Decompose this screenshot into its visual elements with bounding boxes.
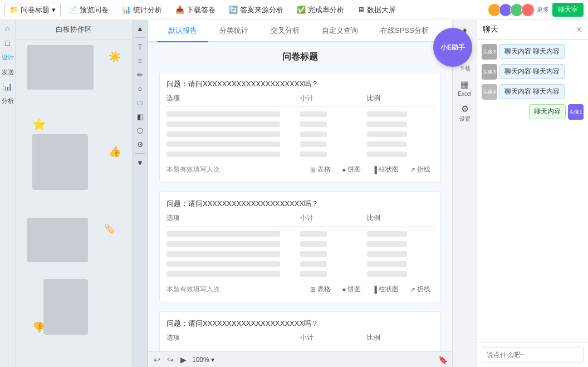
lt-pencil[interactable]: ✏ [134, 68, 146, 81]
bt-left-group: ↩ ↪ ▶ 100% ▾ [153, 354, 214, 365]
q3-col-option: 选项 [166, 333, 300, 342]
nav-stats[interactable]: 📊 统计分析 [116, 3, 168, 17]
chat-input[interactable] [482, 347, 584, 363]
chat-close-btn[interactable]: ✕ [576, 25, 582, 34]
redo-btn[interactable]: ↪ [166, 354, 175, 365]
chart-btn-pie-2[interactable]: ●饼图 [339, 283, 364, 295]
ai-assistant-label: 小E助手 [440, 43, 465, 52]
stats-icon: 📊 [122, 6, 131, 14]
dropdown-icon: ▾ [52, 6, 56, 14]
survey-title-btn[interactable]: 📁 问卷标题 ▾ [4, 3, 61, 17]
rs-excel-btn[interactable]: ▦ Excel [455, 77, 473, 99]
nav-download[interactable]: 📥 下载答卷 [170, 3, 221, 17]
chat-bubble-1: 聊天内容 聊天内容 [499, 44, 565, 59]
lt-text[interactable]: T [134, 41, 146, 53]
question-block-1: 问题：请问XXXXXXXXXXXXXXXXXXXXX吗？ 选项 小计 比例 本题… [159, 72, 441, 183]
bar-placeholder [300, 111, 327, 117]
bar-placeholder [166, 271, 280, 277]
table-row [166, 139, 434, 149]
tag-icon: 🏷️ [104, 223, 115, 234]
chart-btn-line-2[interactable]: ↗折线 [406, 283, 434, 295]
lt-list[interactable]: ≡ [134, 55, 146, 67]
chart-btn-line[interactable]: ↗折线 [406, 164, 434, 175]
q3-header: 问题：请问XXXXXXXXXXXXXXXXXXXXX吗？ [166, 319, 434, 329]
lt-separator-2 [135, 153, 145, 154]
table-row [166, 249, 434, 259]
chart-btn-bar-2[interactable]: ▐柱状图 [369, 283, 402, 295]
tab-cross[interactable]: 交叉分析 [259, 20, 311, 42]
avatar-msg-4: 头像1 [568, 104, 584, 120]
chat-room-btn[interactable]: 聊天室 [552, 3, 584, 17]
left-icon-file[interactable]: □ [2, 37, 14, 49]
pie-icon-2: ● [342, 286, 346, 293]
tab-spss[interactable]: 在线SPSS分析 [369, 20, 440, 42]
left-icon-send[interactable]: 发送 [2, 66, 14, 78]
lt-box[interactable]: ◧ [134, 110, 146, 123]
bar-placeholder [367, 271, 407, 277]
zoom-level[interactable]: 100% ▾ [192, 356, 214, 364]
left-drawing-toolbar: ▲ T ≡ ✏ ○ □ ◧ ⬡ ⚙ ▼ [133, 20, 148, 367]
lt-cube[interactable]: ⬡ [134, 124, 146, 136]
undo-btn[interactable]: ↩ [153, 354, 161, 365]
q1-valid-text: 本题有效填写人次 [166, 165, 220, 174]
ai-assistant-bubble[interactable]: 小E助手 [433, 28, 472, 67]
avatar-group: 更多 [488, 3, 549, 17]
bar-placeholder [367, 131, 407, 137]
nav-bigscreen[interactable]: 🖥 数据大屏 [352, 3, 401, 17]
bar-placeholder [166, 231, 280, 237]
lt-gear[interactable]: ⚙ [134, 138, 146, 150]
tab-default[interactable]: 默认报告 [157, 20, 208, 42]
bar-placeholder [300, 241, 327, 247]
rs-download-label: 下载 [459, 65, 471, 72]
wb-block-1 [27, 45, 94, 90]
left-icon-analysis[interactable]: 分析 [2, 95, 14, 107]
left-icon-chart[interactable]: 📊 [2, 80, 14, 92]
chart-btn-table[interactable]: ⊞表格 [307, 164, 334, 175]
bookmark-btn[interactable]: 🔖 [438, 355, 448, 364]
q1-header: 问题：请问XXXXXXXXXXXXXXXXXXXXX吗？ [166, 79, 434, 89]
nav-preview[interactable]: 📄 预览问卷 [63, 3, 114, 17]
chat-bubble-2: 聊天内容 聊天内容 [499, 64, 565, 79]
chart-btn-bar[interactable]: ▐柱状图 [369, 164, 402, 175]
bar-placeholder [367, 141, 407, 147]
q3-col-count: 小计 [300, 333, 367, 342]
rs-settings-btn[interactable]: ⚙ 设置 [457, 101, 473, 125]
bar-placeholder [300, 261, 327, 267]
tab-category[interactable]: 分类统计 [208, 20, 259, 42]
survey-scroll[interactable]: 问卷标题 问题：请问XXXXXXXXXXXXXXXXXXXXX吗？ 选项 小计 … [148, 42, 452, 351]
cursor-icon[interactable]: ▶ [179, 354, 188, 365]
bar-icon-2: ▐ [372, 286, 377, 293]
lt-square[interactable]: □ [134, 96, 146, 109]
nav-source[interactable]: 🔄 答案来源分析 [223, 3, 289, 17]
chat-bubble-4: 聊天内容 [529, 104, 566, 119]
tab-custom[interactable]: 自定义查询 [311, 20, 369, 42]
left-icon-bar: ⌂ □ 设计 发送 📊 分析 [0, 20, 16, 367]
avatar-msg-2: 头像3 [482, 64, 497, 80]
main-layout: ⌂ □ 设计 发送 📊 分析 白板协作区 ☀️ ⭐ 👍 🏷️ 👎 [0, 20, 588, 367]
lt-arrow-up[interactable]: ▲ [134, 22, 146, 35]
bar-placeholder [166, 151, 280, 157]
lt-circle[interactable]: ○ [134, 82, 146, 95]
chart-btn-pie[interactable]: ●饼图 [339, 164, 364, 175]
line-icon-2: ↗ [410, 286, 415, 293]
chart-btn-table-2[interactable]: ⊞表格 [307, 283, 334, 295]
left-icon-design[interactable]: 设计 [2, 51, 14, 63]
bar-placeholder [300, 151, 327, 157]
q2-col-count: 小计 [300, 213, 367, 223]
nav-completion[interactable]: ✅ 完成率分析 [291, 3, 350, 17]
q1-table-header: 选项 小计 比例 [166, 94, 434, 107]
bar-placeholder [166, 111, 280, 117]
whiteboard-area[interactable]: ☀️ ⭐ 👍 🏷️ 👎 [16, 40, 132, 367]
bar-placeholder [300, 141, 327, 147]
lt-arrow-down[interactable]: ▼ [134, 156, 146, 169]
table-row [166, 269, 434, 279]
q2-header: 问题：请问XXXXXXXXXXXXXXXXXXXXX吗？ [166, 199, 434, 209]
rs-excel-label: Excel [458, 91, 471, 97]
main-content: 默认报告 分类统计 交叉分析 自定义查询 在线SPSS分析 问卷标题 问题：请问… [148, 20, 452, 367]
chat-message-2: 头像3 聊天内容 聊天内容 [482, 64, 584, 80]
left-icon-home[interactable]: ⌂ [2, 22, 14, 35]
q1-chart-btns: ⊞表格 ●饼图 ▐柱状图 ↗折线 [307, 164, 434, 175]
download-icon: 📥 [175, 6, 184, 14]
chat-input-area [477, 342, 588, 367]
wb-block-2 [32, 134, 88, 190]
